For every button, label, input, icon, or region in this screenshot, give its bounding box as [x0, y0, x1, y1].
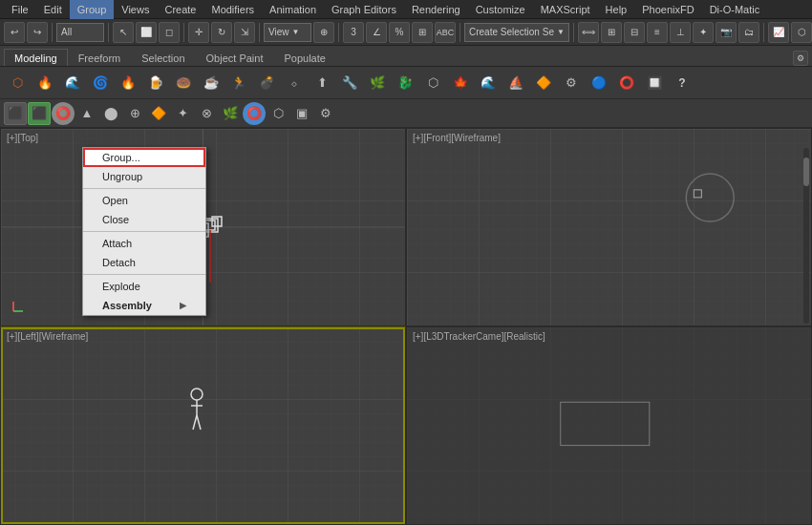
modifier12-btn[interactable]: ⬡ — [267, 102, 289, 125]
curve-editor-btn[interactable]: 📈 — [768, 22, 789, 43]
quick-align-btn[interactable]: ≡ — [647, 22, 668, 43]
tab-modeling[interactable]: Modeling — [4, 49, 68, 66]
connect-btn[interactable]: ⛵ — [502, 70, 529, 96]
menu-graph-editors[interactable]: Graph Editors — [324, 0, 404, 19]
viewport-camera[interactable]: [+][L3DTrackerCame][Realistic] — [406, 326, 812, 525]
modifier4-btn[interactable]: ▲ — [75, 102, 98, 125]
xref-btn[interactable]: 🔵 — [586, 70, 612, 96]
teapot-btn[interactable]: ☕ — [198, 70, 224, 96]
menu-maxscript[interactable]: MAXScript — [533, 0, 598, 19]
schematic-btn[interactable]: ⬡ — [791, 22, 812, 43]
particles-btn[interactable]: ⭕ — [613, 70, 640, 96]
select-btn[interactable]: ↖ — [113, 22, 134, 43]
modifier8-btn[interactable]: ✦ — [171, 102, 194, 125]
redo-button[interactable]: ↪ — [27, 22, 48, 43]
menu-rendering[interactable]: Rendering — [404, 0, 468, 19]
tab-populate[interactable]: Populate — [273, 49, 335, 66]
modifier11-btn[interactable]: ⭕ — [243, 102, 266, 125]
polygon-icon-btn[interactable]: ⬡ — [4, 70, 31, 96]
ref-coord-btn[interactable]: ⊕ — [313, 22, 334, 43]
dropdown-attach[interactable]: Attach — [83, 234, 205, 253]
svg-rect-19 — [407, 327, 811, 524]
viewport-left[interactable]: [+][Left][Wireframe] — [0, 326, 406, 525]
menu-diomatic[interactable]: Di-O-Matic — [702, 0, 768, 19]
dropdown-ungroup[interactable]: Ungroup — [83, 167, 205, 186]
extrude-btn[interactable]: ⬆ — [309, 70, 335, 96]
sphere-btn[interactable]: 🔥 — [32, 70, 58, 96]
scale-btn[interactable]: ⇲ — [234, 22, 255, 43]
move-btn[interactable]: ✛ — [188, 22, 209, 43]
modifier9-btn[interactable]: ⊗ — [195, 102, 218, 125]
tab-options-btn[interactable]: ⚙ — [793, 51, 808, 66]
undo-button[interactable]: ↩ — [4, 22, 25, 43]
dropdown-assembly[interactable]: Assembly ▶ — [83, 296, 205, 315]
text-btn[interactable]: 🌿 — [364, 70, 391, 96]
dropdown-group[interactable]: Group... — [83, 148, 205, 167]
mesher-btn[interactable]: 🔶 — [530, 70, 557, 96]
menu-phoenixfd[interactable]: PhoenixFD — [634, 0, 701, 19]
chamferbox-btn[interactable]: ⬦ — [281, 70, 308, 96]
modifier3-btn[interactable]: ⭕ — [52, 102, 75, 125]
menu-edit[interactable]: Edit — [36, 0, 70, 19]
mirror-btn[interactable]: ⟺ — [578, 22, 599, 43]
snap-pct-btn[interactable]: % — [389, 22, 410, 43]
modifier5-btn[interactable]: ⬤ — [99, 102, 122, 125]
align-btn[interactable]: ⊟ — [624, 22, 645, 43]
tab-object-paint[interactable]: Object Paint — [196, 49, 274, 66]
rect-select-btn[interactable]: ⬜ — [136, 22, 157, 43]
view-dropdown[interactable]: View ▼ — [264, 23, 311, 42]
modifier10-btn[interactable]: 🌿 — [219, 102, 242, 125]
window-select-btn[interactable]: ◻ — [159, 22, 180, 43]
dropdown-close[interactable]: Close — [83, 210, 205, 229]
booleans-btn[interactable]: 🔧 — [336, 70, 363, 96]
group-obj-btn[interactable]: ⚙ — [558, 70, 585, 96]
scrollbar-thumb[interactable] — [803, 158, 809, 186]
nurbs-btn[interactable]: 🔲 — [641, 70, 668, 96]
create-selection-dropdown[interactable]: Create Selection Se ▼ — [464, 23, 569, 42]
tube-btn[interactable]: 🍺 — [142, 70, 169, 96]
geosphere-btn[interactable]: 💣 — [253, 70, 280, 96]
snap-3d-btn[interactable]: 3 — [343, 22, 364, 43]
plane-btn[interactable]: 🏃 — [225, 70, 252, 96]
all-dropdown[interactable]: All — [56, 23, 104, 42]
modifier6-btn[interactable]: ⊕ — [123, 102, 146, 125]
box-btn[interactable]: 🌀 — [87, 70, 114, 96]
tab-selection[interactable]: Selection — [131, 49, 195, 66]
terrain-btn[interactable]: 🍁 — [447, 70, 474, 96]
menu-help[interactable]: Help — [598, 0, 635, 19]
menu-group[interactable]: Group — [70, 0, 115, 19]
shapes-btn[interactable]: 🐉 — [392, 70, 418, 96]
menu-create[interactable]: Create — [157, 0, 203, 19]
normal-align-btn[interactable]: ⊥ — [670, 22, 691, 43]
viewport-front[interactable]: [+][Front][Wireframe] — [406, 128, 812, 326]
front-viewport-scrollbar[interactable] — [803, 148, 809, 324]
modifier13-btn[interactable]: ▣ — [290, 102, 313, 125]
snap-spinner-btn[interactable]: ⊞ — [412, 22, 433, 43]
menu-views[interactable]: Views — [114, 0, 157, 19]
torus-btn[interactable]: 🍩 — [170, 70, 197, 96]
array-btn[interactable]: ⊞ — [601, 22, 622, 43]
snap-abc-btn[interactable]: ABC — [435, 22, 456, 43]
align-camera-btn[interactable]: 📷 — [716, 22, 737, 43]
menu-modifiers[interactable]: Modifiers — [203, 0, 262, 19]
help-icon-btn[interactable]: ? — [669, 70, 695, 96]
menu-animation[interactable]: Animation — [262, 0, 324, 19]
scatter-btn[interactable]: 🌊 — [475, 70, 502, 96]
modifier7-btn[interactable]: 🔶 — [147, 102, 170, 125]
rotate-btn[interactable]: ↻ — [211, 22, 232, 43]
modifier14-btn[interactable]: ⚙ — [314, 102, 337, 125]
menu-customize[interactable]: Customize — [468, 0, 533, 19]
modifier2-btn[interactable]: ⬛ — [28, 102, 51, 125]
dropdown-explode[interactable]: Explode — [83, 277, 205, 296]
dropdown-open[interactable]: Open — [83, 191, 205, 210]
modifier1-btn[interactable]: ⬛ — [4, 102, 27, 125]
dropdown-detach[interactable]: Detach — [83, 253, 205, 272]
menu-file[interactable]: File — [4, 0, 36, 19]
snap-angle-btn[interactable]: ∠ — [366, 22, 387, 43]
tab-freeform[interactable]: Freeform — [68, 49, 132, 66]
layer-btn[interactable]: 🗂 — [738, 22, 759, 43]
loft-btn[interactable]: ⬡ — [419, 70, 446, 96]
place-highlight-btn[interactable]: ✦ — [693, 22, 714, 43]
cylinder-btn[interactable]: 🌊 — [59, 70, 86, 96]
cone-btn[interactable]: 🔥 — [115, 70, 141, 96]
